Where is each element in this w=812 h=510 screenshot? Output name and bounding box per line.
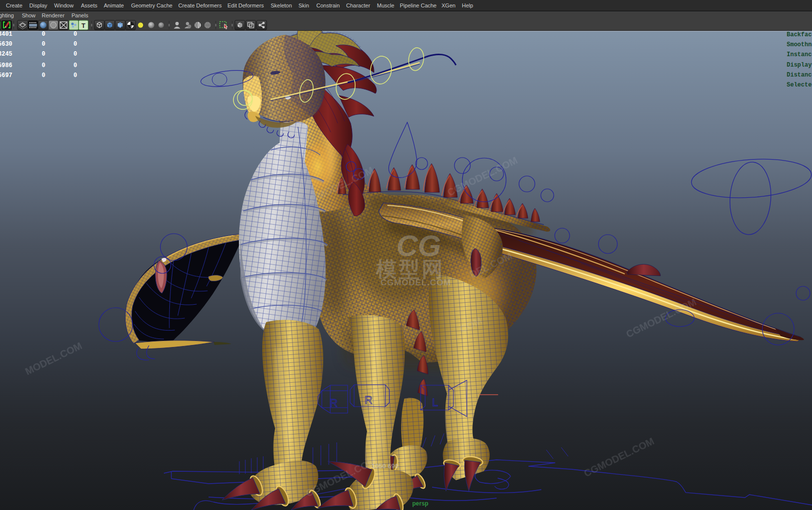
- svg-text:L: L: [432, 396, 438, 409]
- svg-text:R: R: [365, 394, 372, 406]
- svg-text:1050 690: 1050 690: [371, 462, 398, 470]
- svg-text:CGMODEL.COM: CGMODEL.COM: [380, 278, 451, 287]
- svg-text:T: T: [81, 22, 85, 29]
- svg-text:R: R: [330, 397, 338, 409]
- svg-text:模型网: 模型网: [375, 257, 444, 281]
- svg-text:persp: persp: [412, 500, 429, 507]
